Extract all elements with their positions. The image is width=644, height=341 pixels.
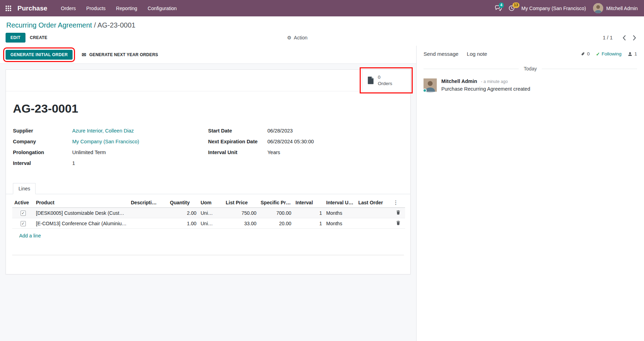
delete-row-button[interactable]: [395, 209, 401, 217]
user-avatar: [593, 3, 603, 13]
message-body: Purchase Recurring Agreement created: [441, 86, 530, 92]
orders-stat-label: Orders: [378, 81, 392, 87]
table-row[interactable]: ✓ [DESK0005] Customizable Desk (Custo… 2…: [12, 208, 405, 218]
menu-reporting[interactable]: Reporting: [112, 3, 142, 14]
activities-clock-icon[interactable]: 13: [509, 5, 515, 11]
cell-description[interactable]: [129, 218, 168, 229]
company-value[interactable]: My Company (San Francisco): [72, 139, 139, 144]
record-title: AG-23-0001: [13, 102, 410, 115]
send-message-button[interactable]: Send message: [424, 51, 458, 57]
attachments-count: 0: [587, 51, 590, 56]
message-timestamp: - a minute ago: [481, 79, 508, 84]
chatter-message: Mitchell Admin - a minute ago Purchase R…: [417, 77, 644, 93]
menu-configuration[interactable]: Configuration: [143, 3, 181, 14]
attachments-button[interactable]: 0: [581, 51, 590, 56]
prolongation-label: Prolongation: [13, 150, 72, 155]
interval-label: Interval: [13, 160, 72, 166]
supplier-label: Supplier: [13, 128, 72, 134]
breadcrumb-separator: /: [94, 21, 96, 29]
cell-interval[interactable]: 1: [293, 218, 324, 229]
active-checkbox[interactable]: ✓: [21, 221, 26, 226]
paperclip-icon: [581, 52, 585, 56]
header-specific-price[interactable]: Specific Pri…: [259, 198, 293, 208]
company-label: Company: [13, 139, 72, 144]
app-title[interactable]: Purchase: [17, 5, 47, 12]
top-navbar: Purchase Orders Products Reporting Confi…: [0, 0, 644, 16]
cell-list-price[interactable]: 33.00: [224, 218, 259, 229]
header-interval[interactable]: Interval: [293, 198, 324, 208]
cell-last-order[interactable]: [356, 208, 391, 218]
interval-unit-label: Interval Unit: [208, 150, 268, 155]
action-menu-button[interactable]: ⚙ Action: [287, 35, 307, 40]
breadcrumb-parent[interactable]: Recurring Order Agreement: [6, 21, 92, 29]
breadcrumb: Recurring Order Agreement / AG-23-0001: [0, 20, 644, 30]
following-button[interactable]: ✓ Following: [596, 51, 621, 57]
edit-button[interactable]: EDIT: [6, 33, 25, 43]
cell-uom[interactable]: Uni…: [199, 218, 224, 229]
header-last-order[interactable]: Last Order: [356, 198, 391, 208]
header-active[interactable]: Active: [12, 198, 34, 208]
prolongation-value: Unlimited Term: [72, 150, 106, 155]
orders-stat-button[interactable]: 0 Orders: [362, 70, 410, 91]
menu-orders[interactable]: Orders: [57, 3, 81, 14]
pager-next-button[interactable]: [631, 34, 638, 42]
add-a-line-link[interactable]: Add a line: [19, 233, 41, 238]
start-date-label: Start Date: [208, 128, 268, 134]
presence-indicator: [423, 89, 427, 92]
header-quantity[interactable]: Quantity: [168, 198, 199, 208]
orders-stat-value: 0: [378, 74, 392, 81]
header-description[interactable]: Descripti…: [129, 198, 168, 208]
chatter: Send message Log note 0 ✓ Following 1: [417, 46, 644, 341]
user-menu[interactable]: Mitchell Admin: [593, 3, 638, 13]
cell-specific-price[interactable]: 700.00: [259, 208, 293, 218]
start-date-value: 06/28/2023: [268, 128, 293, 134]
cell-list-price[interactable]: 750.00: [224, 208, 259, 218]
cell-quantity[interactable]: 1.00: [168, 218, 199, 229]
envelope-icon: ✉: [82, 52, 86, 58]
form-view: GENERATE INITIAL ORDER ✉ GENERATE NEXT Y…: [0, 46, 417, 341]
cell-last-order[interactable]: [356, 218, 391, 229]
cell-specific-price[interactable]: 20.00: [259, 218, 293, 229]
user-name: Mitchell Admin: [606, 6, 638, 11]
delete-row-button[interactable]: [395, 220, 401, 227]
menu-products[interactable]: Products: [82, 3, 110, 14]
followers-button[interactable]: 1: [628, 51, 637, 56]
generate-initial-order-button[interactable]: GENERATE INITIAL ORDER: [6, 50, 73, 60]
tab-lines[interactable]: Lines: [13, 183, 36, 194]
create-button[interactable]: CREATE: [25, 33, 52, 42]
company-switcher[interactable]: My Company (San Francisco): [522, 6, 586, 11]
check-icon: ✓: [596, 51, 600, 57]
cell-interval-unit[interactable]: Months: [324, 218, 356, 229]
form-sheet: 0 Orders AG-23-0001 Supplier Azure Inter…: [6, 69, 411, 274]
cell-uom[interactable]: Uni…: [199, 208, 224, 218]
cell-quantity[interactable]: 2.00: [168, 208, 199, 218]
column-options-icon[interactable]: ⋮: [393, 199, 398, 205]
header-list-price[interactable]: List Price: [224, 198, 259, 208]
control-panel: Recurring Order Agreement / AG-23-0001 E…: [0, 16, 644, 46]
cell-product[interactable]: [DESK0005] Customizable Desk (Custo…: [34, 208, 129, 218]
header-product[interactable]: Product: [34, 198, 129, 208]
cell-description[interactable]: [129, 208, 168, 218]
supplier-value[interactable]: Azure Interior, Colleen Diaz: [72, 128, 134, 134]
main-menu: Orders Products Reporting Configuration: [57, 3, 181, 14]
message-author[interactable]: Mitchell Admin: [441, 78, 477, 84]
generate-next-year-orders-button[interactable]: ✉ GENERATE NEXT YEAR ORDERS: [80, 51, 160, 58]
breadcrumb-current: AG-23-0001: [97, 21, 135, 29]
cell-interval-unit[interactable]: Months: [324, 208, 356, 218]
pager-previous-button[interactable]: [620, 34, 628, 42]
header-interval-unit[interactable]: Interval Unit: [324, 198, 356, 208]
field-grid: Supplier Azure Interior, Colleen Diaz Co…: [6, 128, 410, 171]
action-label: Action: [294, 35, 307, 40]
interval-value: 1: [72, 160, 75, 166]
header-uom[interactable]: Uom: [199, 198, 224, 208]
cell-interval[interactable]: 1: [293, 208, 324, 218]
table-header-row: Active Product Descripti… Quantity Uom L…: [12, 198, 405, 208]
interval-unit-value: Years: [268, 150, 280, 155]
cell-product[interactable]: [E-COM13] Conference Chair (Aluminiu…: [34, 218, 129, 229]
table-row[interactable]: ✓ [E-COM13] Conference Chair (Aluminiu… …: [12, 218, 405, 229]
active-checkbox[interactable]: ✓: [21, 211, 26, 216]
apps-grid-icon[interactable]: [4, 4, 13, 13]
messages-icon[interactable]: 4: [495, 5, 502, 11]
log-note-button[interactable]: Log note: [467, 51, 487, 57]
follower-person-icon: [628, 52, 632, 56]
